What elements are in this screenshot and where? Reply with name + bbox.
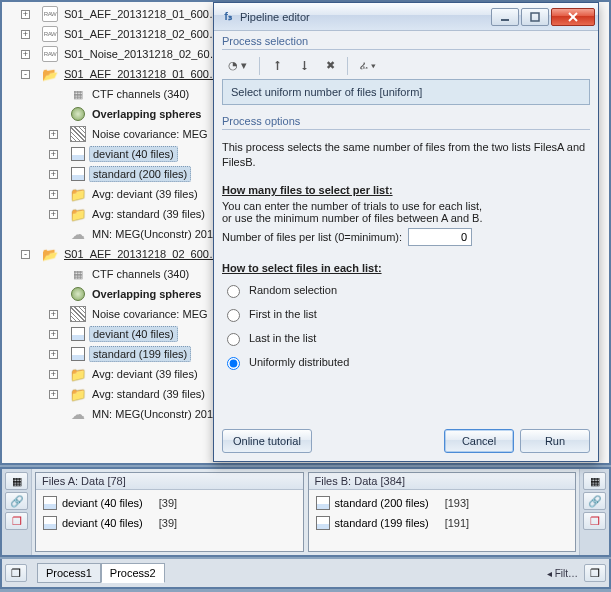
expander-icon[interactable]: +	[49, 130, 58, 139]
online-tutorial-button[interactable]: Online tutorial	[222, 429, 312, 453]
expander-icon[interactable]	[49, 290, 58, 299]
dock-link-button[interactable]: 🔗	[5, 492, 28, 510]
expander-icon[interactable]: +	[49, 330, 58, 339]
files-dock: ▦ 🔗 ❐ Files A: Data [78] deviant (40 fil…	[0, 467, 611, 557]
dock-browse-button[interactable]: ▦	[5, 472, 28, 490]
how-many-line2: or use the minimum number of files betwe…	[222, 212, 590, 224]
expander-icon[interactable]: +	[49, 370, 58, 379]
move-down-button[interactable]: 🠗	[295, 57, 314, 75]
file-name: standard (199 files)	[335, 517, 429, 529]
add-process-button[interactable]: ◔ ▾	[224, 56, 251, 75]
dock-stack-button[interactable]: ❐	[583, 512, 606, 530]
num-files-input[interactable]	[408, 228, 472, 246]
expander-icon[interactable]	[49, 110, 58, 119]
data-icon	[42, 515, 58, 531]
folder-open-icon: 📂	[42, 246, 58, 262]
dock-browse-button[interactable]: ▦	[583, 472, 606, 490]
opt-uniform[interactable]: Uniformly distributed	[222, 354, 349, 370]
files-a-panel: Files A: Data [78] deviant (40 files)[39…	[35, 472, 304, 552]
file-count: [39]	[159, 517, 177, 529]
data-icon	[315, 495, 331, 511]
cancel-button[interactable]: Cancel	[444, 429, 514, 453]
opt-last[interactable]: Last in the list	[222, 330, 316, 346]
file-count: [193]	[445, 497, 469, 509]
tree-item-label: S01_AEF_20131218_01_600…	[61, 7, 223, 21]
file-row[interactable]: standard (200 files)[193]	[315, 493, 570, 513]
expander-icon[interactable]: -	[21, 250, 30, 259]
folder-icon: 📁	[70, 206, 86, 222]
dock-link-button[interactable]: 🔗	[583, 492, 606, 510]
data-icon	[70, 326, 86, 342]
minimize-button[interactable]	[491, 8, 519, 26]
file-count: [191]	[445, 517, 469, 529]
tab-process1[interactable]: Process1	[37, 563, 101, 583]
file-name: deviant (40 files)	[62, 497, 143, 509]
expander-icon[interactable]: +	[49, 170, 58, 179]
file-row[interactable]: deviant (40 files)[39]	[42, 493, 297, 513]
noise-icon	[70, 126, 86, 142]
tree-item-label: Noise covariance: MEG	[89, 127, 211, 141]
selected-process[interactable]: Select uniform number of files [uniform]	[222, 79, 590, 105]
expander-icon[interactable]: +	[49, 210, 58, 219]
expander-icon[interactable]	[49, 270, 58, 279]
dialog-title: Pipeline editor	[240, 11, 310, 23]
tree-item-label: S01_AEF_20131218_01_600…	[61, 67, 223, 81]
copy-button[interactable]: ❐	[5, 564, 27, 582]
channels-icon: ▦	[70, 86, 86, 102]
tree-item-label: S01_Noise_20131218_02_60…	[61, 47, 224, 61]
folder-icon: 📁	[70, 366, 86, 382]
expander-icon[interactable]	[49, 90, 58, 99]
expander-icon[interactable]: -	[21, 70, 30, 79]
process-options-header: Process options	[222, 115, 590, 130]
opt-random[interactable]: Random selection	[222, 282, 337, 298]
tree-item-label: MN: MEG(Unconstr) 2015…	[89, 407, 233, 421]
expander-icon[interactable]: +	[49, 350, 58, 359]
maximize-button[interactable]	[521, 8, 549, 26]
process-toolbar: ◔ ▾ 🠕 🠗 ✖ ፈ ▾	[222, 54, 590, 79]
headmodel-icon	[70, 106, 86, 122]
svg-rect-1	[531, 13, 539, 21]
expander-icon[interactable]: +	[49, 390, 58, 399]
run-button[interactable]: Run	[520, 429, 590, 453]
raw-icon: RAW	[42, 26, 58, 42]
expander-icon[interactable]	[49, 230, 58, 239]
expander-icon[interactable]	[49, 410, 58, 419]
expander-icon[interactable]: +	[49, 310, 58, 319]
expander-icon[interactable]: +	[49, 150, 58, 159]
remove-button[interactable]: ✖	[322, 56, 339, 75]
folder-icon: 📁	[70, 186, 86, 202]
raw-icon: RAW	[42, 46, 58, 62]
file-row[interactable]: standard (199 files)[191]	[315, 513, 570, 533]
tree-item-label: Avg: deviant (39 files)	[89, 367, 201, 381]
filter-label[interactable]: ◂ Filt…	[547, 568, 578, 579]
tree-item-label: Overlapping spheres	[89, 287, 204, 301]
move-up-button[interactable]: 🠕	[268, 57, 287, 75]
expander-icon[interactable]: +	[21, 50, 30, 59]
process-tabs-bar: ❐ Process1 Process2 ◂ Filt… ❐	[0, 559, 611, 589]
source-icon: ☁	[70, 406, 86, 422]
file-row[interactable]: deviant (40 files)[39]	[42, 513, 297, 533]
data-icon	[42, 495, 58, 511]
process-description: This process selects the same number of …	[222, 140, 590, 170]
close-button[interactable]	[551, 8, 595, 26]
expander-icon[interactable]: +	[21, 30, 30, 39]
tree-item-label: Noise covariance: MEG	[89, 307, 211, 321]
expander-icon[interactable]: +	[21, 10, 30, 19]
pipeline-menu-button[interactable]: ፈ ▾	[356, 56, 380, 75]
tree-item-label: MN: MEG(Unconstr) 2015…	[89, 227, 233, 241]
dock-stack-button[interactable]: ❐	[5, 512, 28, 530]
dialog-titlebar[interactable]: f₃ Pipeline editor	[214, 3, 598, 31]
tree-item-label: S01_AEF_20131218_02_600…	[61, 247, 223, 261]
tree-item-label: Overlapping spheres	[89, 107, 204, 121]
expander-icon[interactable]: +	[49, 190, 58, 199]
files-a-title: Files A: Data [78]	[36, 473, 303, 490]
folder-icon: 📁	[70, 386, 86, 402]
process-tabs: Process1 Process2	[37, 563, 165, 583]
copy-right-button[interactable]: ❐	[584, 564, 606, 582]
files-b-panel: Files B: Data [384] standard (200 files)…	[308, 472, 577, 552]
opt-first[interactable]: First in the list	[222, 306, 317, 322]
file-name: standard (200 files)	[335, 497, 429, 509]
tree-item-label: CTF channels (340)	[89, 267, 192, 281]
folder-open-icon: 📂	[42, 66, 58, 82]
tab-process2[interactable]: Process2	[101, 563, 165, 583]
